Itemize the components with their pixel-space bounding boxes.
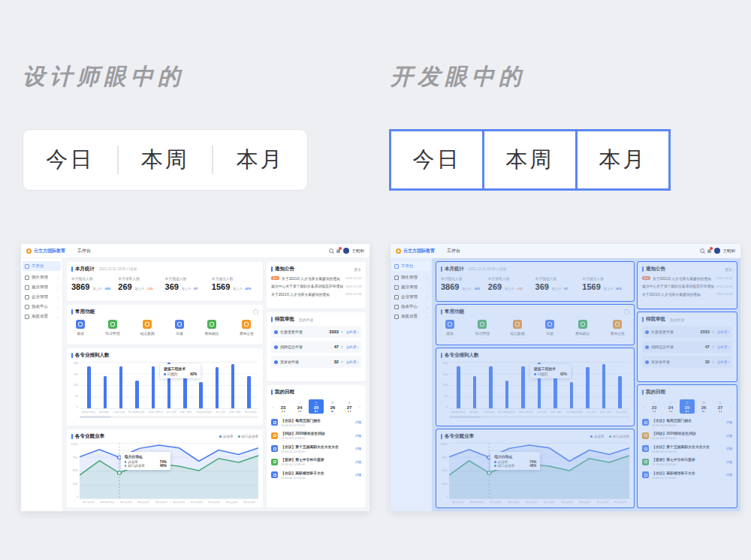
schedule-item[interactable]: 【会议】第十五届高职大会大会大会11:30:00-12:30:00 详情 xyxy=(271,444,361,453)
quick-action-news[interactable]: 站点新闻 xyxy=(140,320,155,336)
day-cell-24[interactable]: 二24 xyxy=(663,399,678,414)
schedule-item[interactable]: 【会议】每周五部门例会11:30:00-12:30:00 详情 xyxy=(642,418,732,427)
sidebar-item-reports[interactable]: 报表中心› xyxy=(391,302,432,312)
day-cell-24[interactable]: 二24 xyxy=(292,399,307,414)
approval-item[interactable]: 生源变更申请 2333 个 去处理 › xyxy=(271,326,361,338)
segment-month[interactable]: 本月 xyxy=(213,145,307,175)
detail-link[interactable]: 详情 xyxy=(726,420,732,424)
segment-today[interactable]: 今日 xyxy=(23,145,117,175)
quick-action-publish-job[interactable]: 发布岗位 xyxy=(575,320,590,336)
quick-action-trip[interactable]: 出差 xyxy=(175,320,184,336)
day-cell-27[interactable]: 五27 xyxy=(342,399,357,414)
prev-days-arrow[interactable]: ‹ xyxy=(271,405,274,409)
my-applications-link[interactable]: 我的申请 xyxy=(299,318,313,322)
search-icon[interactable] xyxy=(329,248,333,253)
schedule-item[interactable]: 【回访】2020级毕业生回访11:30:00-12:30:00 详情 xyxy=(642,431,732,440)
chart-scrollbar[interactable] xyxy=(80,416,258,418)
handle-link[interactable]: 去处理 › xyxy=(717,360,729,364)
topnav-workbench[interactable]: 工作台 xyxy=(447,248,460,254)
segment-week[interactable]: 本周 xyxy=(119,145,213,175)
detail-link[interactable]: 详情 xyxy=(726,460,732,464)
schedule-item[interactable]: 【宣讲】第七中学外出宣讲11:30:00-12:30:00 详情 xyxy=(271,457,361,466)
sidebar-item-enterprise[interactable]: 企业管理› xyxy=(21,292,62,302)
sidebar-item-settings[interactable]: 系统设置› xyxy=(391,312,432,321)
schedule-item[interactable]: 【会议】高职领导班子大会11:30:00-12:30:00 详情 xyxy=(642,471,732,480)
quick-action-announcement[interactable]: 发布公告 xyxy=(611,320,625,336)
legend-item[interactable]: 就业率 xyxy=(590,435,605,438)
quick-action-leave[interactable]: 请假 xyxy=(445,320,454,336)
quick-action-news[interactable]: 站点新闻 xyxy=(511,320,525,336)
approval-item[interactable]: 生源变更申请 2333 个 去处理 › xyxy=(642,326,732,338)
detail-link[interactable]: 详情 xyxy=(726,473,732,477)
sidebar-item-admissions[interactable]: 招生管理› xyxy=(391,272,432,282)
avatar[interactable] xyxy=(343,248,349,254)
day-cell-25-selected[interactable]: 三25 xyxy=(309,399,324,414)
gear-icon[interactable] xyxy=(624,309,629,315)
day-cell-26[interactable]: 四26 xyxy=(696,399,711,414)
schedule-item[interactable]: 【会议】第十五届高职大会大会大会11:30:00-12:30:00 详情 xyxy=(642,444,732,453)
quick-action-announcement[interactable]: 发布公告 xyxy=(240,320,254,336)
handle-link[interactable]: 去处理 › xyxy=(346,330,358,334)
day-cell-26[interactable]: 四26 xyxy=(325,399,340,414)
segment-month-box[interactable]: 本月 xyxy=(575,129,671,191)
avatar[interactable] xyxy=(714,248,720,254)
notice-item[interactable]: 关于2021年人才培养方案建设的通知 2021.12.08 xyxy=(271,292,361,297)
schedule-item[interactable]: 【会议】每周五部门例会11:30:00-12:30:00 详情 xyxy=(271,418,361,427)
quick-action-trip[interactable]: 出差 xyxy=(545,320,554,336)
schedule-item[interactable]: 【会议】高职领导班子大会11:30:00-12:30:00 详情 xyxy=(271,471,361,480)
day-cell-23[interactable]: 一23 xyxy=(647,399,662,414)
notification-bell-icon[interactable] xyxy=(336,249,340,253)
sidebar-item-enterprise[interactable]: 企业管理› xyxy=(391,292,432,302)
prev-days-arrow[interactable]: ‹ xyxy=(642,405,645,409)
more-link[interactable]: 更多 xyxy=(725,267,732,272)
segment-today-box[interactable]: 今日 xyxy=(389,129,484,191)
quick-action-leave[interactable]: 请假 xyxy=(76,320,85,336)
approval-item[interactable]: 宣讲会申请 32 个 去处理 › xyxy=(642,356,732,368)
day-cell-27[interactable]: 五27 xyxy=(713,399,728,414)
legend-item[interactable]: 就业率 xyxy=(219,435,234,438)
sidebar-item-admissions[interactable]: 招生管理› xyxy=(21,272,62,282)
detail-link[interactable]: 详情 xyxy=(355,460,361,464)
handle-link[interactable]: 去处理 › xyxy=(346,360,358,364)
detail-link[interactable]: 详情 xyxy=(355,420,361,424)
notice-item[interactable]: 最新 关于2021年人才培养方案建设的通知 2021.12.20 xyxy=(271,276,361,281)
detail-link[interactable]: 详情 xyxy=(355,447,361,450)
notice-item[interactable]: 关于2021年人才培养方案建设的通知 2021.12.08 xyxy=(642,292,732,297)
schedule-item[interactable]: 【宣讲】第七中学外出宣讲11:30:00-12:30:00 详情 xyxy=(642,457,732,466)
notice-item[interactable]: 就业中心关于第十期职业素养训练营开班通知 2021.12.08 xyxy=(642,284,732,288)
more-link[interactable]: 更多 xyxy=(354,267,361,272)
sidebar-item-workbench[interactable]: 工作台 xyxy=(23,261,61,271)
handle-link[interactable]: 去处理 › xyxy=(717,345,729,349)
chart-scrollbar[interactable] xyxy=(449,416,629,418)
legend-item[interactable]: 对口就业率 xyxy=(238,435,259,438)
sidebar-item-employment[interactable]: 就业管理› xyxy=(391,282,432,292)
day-cell-23[interactable]: 一23 xyxy=(276,399,291,414)
schedule-item[interactable]: 【回访】2020级毕业生回访11:30:00-12:30:00 详情 xyxy=(271,431,361,440)
sidebar-item-employment[interactable]: 就业管理› xyxy=(21,282,62,292)
approval-item[interactable]: 招聘信息申请 47 个 去处理 › xyxy=(642,341,732,353)
detail-link[interactable]: 详情 xyxy=(726,447,732,450)
notification-bell-icon[interactable] xyxy=(707,249,711,253)
detail-link[interactable]: 详情 xyxy=(355,473,361,477)
approval-item[interactable]: 宣讲会申请 32 个 去处理 › xyxy=(271,356,361,368)
legend-item[interactable]: 对口就业率 xyxy=(609,435,630,438)
quick-action-publish-job[interactable]: 发布岗位 xyxy=(204,320,219,336)
segment-week-box[interactable]: 本周 xyxy=(482,129,578,191)
notice-item[interactable]: 最新 关于2021年人才培养方案建设的通知 2021.12.20 xyxy=(642,276,732,281)
quick-action-internship[interactable]: 实习管理 xyxy=(475,320,490,336)
search-icon[interactable] xyxy=(700,248,704,253)
quick-action-internship[interactable]: 实习管理 xyxy=(105,320,119,336)
gear-icon[interactable] xyxy=(253,309,258,315)
sidebar-item-workbench[interactable]: 工作台 xyxy=(392,261,430,271)
approval-item[interactable]: 招聘信息申请 47 个 去处理 › xyxy=(271,341,361,353)
handle-link[interactable]: 去处理 › xyxy=(346,345,358,349)
topnav-workbench[interactable]: 工作台 xyxy=(77,248,91,254)
day-cell-25-selected[interactable]: 三25 xyxy=(680,399,695,414)
next-days-arrow[interactable]: › xyxy=(358,405,361,409)
handle-link[interactable]: 去处理 › xyxy=(717,330,729,334)
detail-link[interactable]: 详情 xyxy=(726,434,732,438)
next-days-arrow[interactable]: › xyxy=(729,405,732,409)
sidebar-item-reports[interactable]: 报表中心› xyxy=(21,302,62,312)
sidebar-item-settings[interactable]: 系统设置› xyxy=(21,312,62,321)
my-applications-link[interactable]: 我的申请 xyxy=(670,318,684,322)
